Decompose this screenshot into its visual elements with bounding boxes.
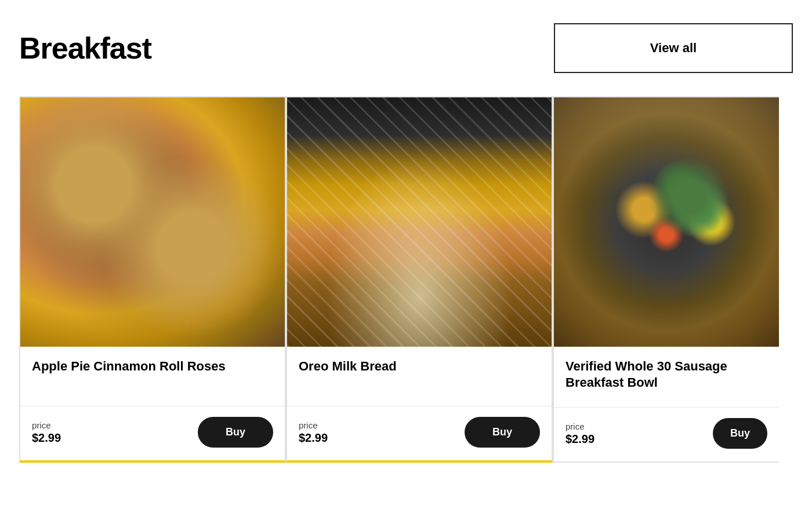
card-oreo-milk-bread: Oreo Milk Bread price $2.99 Buy (286, 96, 553, 463)
breakfast-bowl-image (554, 97, 779, 347)
price-value-apple-pie: $2.99 (32, 431, 61, 445)
price-label-oreo: price (299, 420, 328, 430)
buy-button-apple-pie[interactable]: Buy (198, 417, 273, 448)
price-value-breakfast-bowl: $2.99 (566, 433, 594, 446)
card-title-apple-pie: Apple Pie Cinnamon Roll Roses (32, 358, 273, 392)
price-block-breakfast-bowl: price $2.99 (566, 421, 594, 446)
card-body-apple-pie: Apple Pie Cinnamon Roll Roses (20, 347, 285, 406)
card-apple-pie: Apple Pie Cinnamon Roll Roses price $2.9… (19, 96, 286, 463)
card-title-breakfast-bowl: Verified Whole 30 Sausage Breakfast Bowl (566, 358, 767, 392)
card-image-breakfast-bowl (554, 97, 779, 347)
section-title: Breakfast (19, 31, 151, 66)
cards-row: Apple Pie Cinnamon Roll Roses price $2.9… (19, 96, 793, 463)
card-body-breakfast-bowl: Verified Whole 30 Sausage Breakfast Bowl (554, 347, 779, 407)
price-label-apple-pie: price (32, 420, 61, 430)
buy-button-breakfast-bowl[interactable]: Buy (713, 418, 767, 449)
card-footer-apple-pie: price $2.99 Buy (20, 406, 285, 460)
card-title-oreo: Oreo Milk Bread (299, 358, 540, 392)
page-container: Breakfast View all Apple Pie Cinnamon Ro… (0, 0, 812, 486)
price-label-breakfast-bowl: price (566, 421, 594, 431)
card-breakfast-bowl: Verified Whole 30 Sausage Breakfast Bowl… (553, 96, 779, 463)
price-value-oreo: $2.99 (299, 431, 328, 445)
price-block-apple-pie: price $2.99 (32, 420, 61, 445)
card-body-oreo: Oreo Milk Bread (287, 347, 552, 406)
oreo-bread-image (287, 97, 552, 347)
header-row: Breakfast View all (19, 23, 793, 73)
apple-pie-image (20, 97, 285, 347)
buy-button-oreo[interactable]: Buy (465, 417, 540, 448)
card-footer-breakfast-bowl: price $2.99 Buy (554, 407, 779, 462)
view-all-button[interactable]: View all (554, 23, 793, 73)
card-image-apple-pie (20, 97, 285, 347)
price-block-oreo: price $2.99 (299, 420, 328, 445)
card-image-oreo (287, 97, 552, 347)
card-footer-oreo: price $2.99 Buy (287, 406, 552, 460)
